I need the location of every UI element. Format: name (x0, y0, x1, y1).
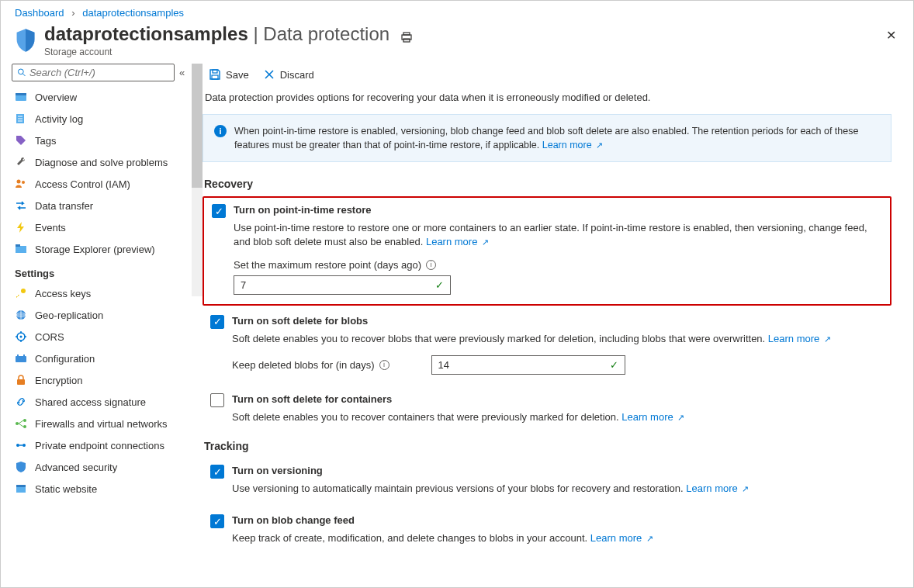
svg-rect-39 (212, 75, 218, 79)
svg-point-34 (23, 444, 26, 447)
sidebar-label: Activity log (35, 113, 83, 125)
valid-check-icon: ✓ (610, 359, 618, 371)
softcontainer-desc: Soft delete enables you to recover conta… (232, 410, 884, 424)
info-icon: i (214, 125, 227, 137)
pitr-days-input[interactable]: 7 ✓ (234, 275, 451, 295)
svg-rect-38 (213, 70, 217, 73)
softcontainer-title: Turn on soft delete for containers (232, 393, 392, 405)
info-text: When point-in-time restore is enabled, v… (234, 124, 880, 152)
sidebar-item-iam[interactable]: Access Control (IAM) (12, 173, 203, 195)
svg-point-28 (16, 422, 19, 425)
discard-button[interactable]: Discard (263, 68, 314, 81)
network-icon (15, 417, 27, 430)
sidebar-item-advanced-security[interactable]: Advanced security (12, 456, 203, 478)
sidebar-label: Events (35, 222, 66, 233)
softblob-checkbox[interactable]: ✓ (210, 315, 224, 329)
sidebar-item-cors[interactable]: CORS (12, 326, 203, 348)
pitr-learn-more[interactable]: Learn more ↗ (426, 236, 489, 247)
security-icon (15, 461, 27, 473)
globe-icon (15, 309, 27, 321)
pitr-title: Turn on point-in-time restore (234, 204, 371, 216)
pitr-desc: Use point-in-time restore to restore one… (234, 221, 882, 249)
main-content: Save Discard Data protection provides op… (203, 64, 913, 588)
save-button[interactable]: Save (209, 68, 249, 81)
sidebar-item-data-transfer[interactable]: Data transfer (12, 195, 203, 216)
sidebar-label: Encryption (35, 375, 82, 386)
sidebar-item-encryption[interactable]: Encryption (12, 369, 203, 391)
sidebar-item-private-endpoint[interactable]: Private endpoint connections (12, 434, 203, 456)
changefeed-checkbox[interactable]: ✓ (210, 514, 224, 528)
svg-point-33 (16, 444, 19, 447)
sidebar-item-sas[interactable]: Shared access signature (12, 391, 203, 413)
sidebar-item-diagnose[interactable]: Diagnose and solve problems (12, 151, 203, 173)
versioning-learn-more[interactable]: Learn more ↗ (686, 483, 749, 494)
sidebar-item-events[interactable]: Events (12, 216, 203, 238)
external-link-icon: ↗ (596, 140, 603, 150)
collapse-sidebar-icon[interactable]: « (179, 67, 185, 78)
external-link-icon: ↗ (742, 484, 749, 493)
breadcrumb-dashboard[interactable]: Dashboard (15, 7, 64, 19)
info-dot-icon[interactable]: i (379, 360, 389, 370)
svg-point-11 (17, 180, 21, 184)
breadcrumb: Dashboard › dataprotectionsamples (1, 1, 913, 20)
wrench-icon (15, 156, 27, 168)
search-input-wrap[interactable] (12, 64, 175, 81)
tag-icon (15, 134, 27, 147)
info-learn-more[interactable]: Learn more ↗ (542, 140, 603, 150)
svg-point-12 (22, 181, 25, 184)
sidebar-item-geo-replication[interactable]: Geo-replication (12, 304, 203, 326)
sidebar-label: Storage Explorer (preview) (35, 244, 155, 255)
sidebar-item-firewalls[interactable]: Firewalls and virtual networks (12, 413, 203, 434)
breadcrumb-sep: › (71, 7, 74, 19)
sidebar-label: Access Control (IAM) (35, 178, 130, 190)
option-soft-delete-blobs: ✓ Turn on soft delete for blobs Soft del… (203, 309, 891, 384)
svg-rect-14 (16, 244, 20, 247)
sidebar-item-configuration[interactable]: Configuration (12, 348, 203, 369)
sidebar-item-overview[interactable]: Overview (12, 86, 203, 108)
softcontainer-learn-more[interactable]: Learn more ↗ (621, 411, 684, 423)
sidebar-item-tags[interactable]: Tags (12, 130, 203, 151)
sidebar-item-static-website[interactable]: Static website (12, 478, 203, 500)
softcontainer-checkbox[interactable] (210, 393, 224, 407)
page-title: dataprotectionsamples | Data protection (44, 23, 389, 45)
breadcrumb-resource[interactable]: dataprotectionsamples (82, 7, 184, 19)
external-link-icon: ↗ (677, 413, 684, 422)
versioning-checkbox[interactable]: ✓ (210, 465, 224, 479)
softblob-desc: Soft delete enables you to recover blobs… (232, 332, 884, 346)
sidebar-item-access-keys[interactable]: Access keys (12, 282, 203, 304)
versioning-title: Turn on versioning (232, 465, 323, 476)
close-icon[interactable]: ✕ (886, 28, 896, 43)
sidebar-label: Diagnose and solve problems (35, 157, 168, 168)
svg-rect-1 (403, 33, 410, 35)
pitr-field-label: Set the maximum restore point (days ago)… (234, 259, 436, 271)
pitr-checkbox[interactable]: ✓ (212, 204, 226, 218)
people-icon (15, 178, 27, 190)
search-input[interactable] (29, 67, 169, 78)
info-dot-icon[interactable]: i (426, 260, 436, 270)
log-icon (15, 112, 27, 125)
svg-rect-26 (23, 355, 25, 356)
bolt-icon (15, 221, 27, 233)
svg-rect-6 (16, 93, 26, 95)
sidebar-label: Firewalls and virtual networks (35, 418, 168, 430)
option-soft-delete-containers: Turn on soft delete for containers Soft … (203, 387, 891, 434)
endpoint-icon (15, 439, 27, 451)
svg-line-32 (19, 424, 23, 427)
softblob-learn-more[interactable]: Learn more ↗ (768, 333, 831, 344)
toolbar: Save Discard (203, 64, 891, 92)
print-icon[interactable] (400, 31, 413, 46)
recovery-heading: Recovery (204, 178, 891, 190)
explorer-icon (15, 243, 27, 255)
svg-rect-37 (16, 485, 26, 487)
changefeed-learn-more[interactable]: Learn more ↗ (590, 532, 653, 544)
softblob-days-input[interactable]: 14 ✓ (431, 355, 625, 375)
svg-point-15 (21, 289, 26, 293)
sidebar-item-storage-explorer[interactable]: Storage Explorer (preview) (12, 238, 203, 260)
shield-icon (15, 28, 36, 53)
sidebar-label: Overview (35, 92, 77, 103)
svg-rect-27 (17, 379, 25, 385)
sidebar-label: Data transfer (35, 200, 93, 212)
key-icon (15, 287, 27, 299)
sidebar-item-activity-log[interactable]: Activity log (12, 108, 203, 130)
sidebar-scrollbar[interactable] (192, 64, 203, 296)
